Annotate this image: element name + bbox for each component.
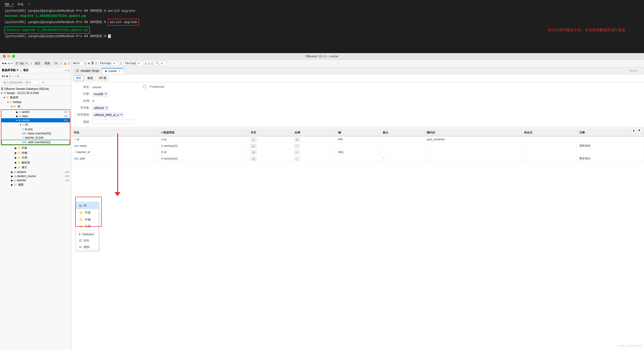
settings-icon[interactable]: ⚙: [88, 62, 90, 65]
expand-icon-refs: ▶: [15, 156, 16, 159]
col-extra-addr: [424, 156, 522, 162]
sidebar-tab-dbnavigator[interactable]: 数据库导航 ✕: [2, 68, 19, 72]
partitioned-checkbox[interactable]: [143, 85, 146, 88]
tree-label-teacher: teacher: [17, 179, 26, 182]
tree-item-database-folder[interactable]: ▾ 📁 数据库: [0, 95, 71, 100]
tree-item-aerich[interactable]: ▶ ⊞ aerich 16K: [2, 110, 70, 114]
tree-item-student-course[interactable]: ▶ ⊞ student_course 48K: [0, 174, 71, 178]
subtab-properties[interactable]: 属性: [74, 75, 84, 81]
rollback-button[interactable]: 回滚: [43, 61, 52, 66]
terminal-tab-close[interactable]: ✕: [28, 2, 30, 6]
col-type-icon-name: ABC: [22, 132, 27, 135]
cloud-icon[interactable]: ☁: [148, 62, 150, 65]
columns-table: 列名 # 数据类型 非空 自增 键 默认 额外的 表达式 注释: [72, 129, 644, 162]
col-extra-teacher-id: [424, 149, 522, 156]
sidebar-icon-2[interactable]: ▶: [6, 74, 8, 78]
tree-item-col-teacher-id[interactable]: ¹²³ teacher_id (int): [2, 136, 70, 140]
lock-icon[interactable]: 🔒: [64, 62, 67, 65]
search-select[interactable]: 🔍 ▾: [154, 61, 166, 66]
scroll-down-button[interactable]: ▼: [636, 128, 642, 133]
tree-label-fkeys: 外键: [22, 151, 27, 155]
views-icon: 📁: [14, 183, 17, 186]
sidebar-icon-3[interactable]: ←: [12, 74, 14, 78]
tree-item-tables-folder[interactable]: ▾ 📂 表: [0, 104, 71, 109]
expand-icon-student-course: ▶: [11, 175, 13, 178]
col-num-type-addr: 4 varchar(32): [159, 156, 248, 162]
success-upgrade-box: Success upgrade 1_20240316175324_update.…: [4, 26, 90, 34]
close-button[interactable]: [3, 55, 6, 58]
context-menu-item-refs[interactable]: 📁 引用: [76, 223, 98, 230]
sidebar-icon-5[interactable]: ⁞⁞: [17, 74, 19, 78]
prop-input-comment[interactable]: [92, 120, 134, 124]
terminal-tab-terminal[interactable]: SQL ▾: [4, 2, 14, 6]
tree-item-columns-folder[interactable]: ▾ ⊟ 列: [2, 122, 70, 127]
fastapi-select-2[interactable]: fastapi ▾: [123, 61, 144, 66]
col-default-name: [381, 143, 424, 149]
tree-item-fastapi-schema[interactable]: ▾ 🗃 fastapi: [0, 100, 71, 104]
sidebar-icon-4[interactable]: →: [14, 74, 16, 78]
context-menu-item-columns[interactable]: ⊟ 列: [76, 202, 98, 209]
filter-icon[interactable]: ▼: [42, 81, 44, 84]
refresh-icon[interactable]: ↻: [8, 62, 10, 65]
tree-item-fastapi-server[interactable]: ▾ 🗄 fastapi - 10.211.55.3:3306: [0, 91, 71, 95]
tables-folder-icon: 📂: [14, 105, 16, 108]
tree-item-col-addr[interactable]: ABC addr (varchar(32)): [2, 140, 70, 144]
expand-icon-fastapi: ▾: [1, 92, 2, 95]
sql-button[interactable]: 🗒 SQL ▾: [14, 61, 29, 66]
tree-item-constraints[interactable]: ▶ 📁 约束: [0, 146, 71, 150]
context-menu-item-statistics[interactable]: ℹ Statistics: [76, 231, 98, 237]
tree-item-col-id[interactable]: ¹²³ id (int): [2, 127, 70, 131]
tree-item-teacher[interactable]: ▶ ⊞ teacher 16K: [0, 178, 71, 182]
columns-table-header-row: 列名 # 数据类型 非空 自增 键 默认 额外的 表达式 注释: [72, 129, 644, 136]
collation-select[interactable]: utf8mb4_0900_ai_ci: [92, 113, 124, 117]
terminal-tab-local[interactable]: 本地: [17, 2, 23, 6]
col-notnull-addr: [v]: [248, 156, 292, 162]
tree-item-fkeys[interactable]: ▶ 📁 外键: [0, 150, 71, 156]
col-icon-addr: ABC: [74, 158, 79, 160]
submit-button[interactable]: 提交: [34, 61, 42, 66]
tab-script[interactable]: 🗒 <testdb> Script: [74, 68, 102, 74]
auto-select[interactable]: Auto: [71, 61, 84, 66]
tree-item-views[interactable]: ▶ 📁 视图: [0, 182, 71, 187]
tree-item-course[interactable]: ▾ ⊞ course 32K: [2, 118, 70, 122]
context-menu-item-virtual[interactable]: ↻ 虚拟: [76, 244, 98, 250]
minimize-button[interactable]: [8, 55, 10, 58]
script-tab-label: <testdb> Script: [80, 69, 99, 72]
stop-icon[interactable]: ✕: [11, 62, 13, 65]
terminal-panel: SQL ▾ 本地 ✕ (python385) yangkai@yangkaide…: [0, 0, 644, 53]
col-notnull-teacher-id: [v]: [248, 149, 292, 156]
tree-item-dbeaver-sample[interactable]: 🗄 DBeaver Sample Database (SQLite): [0, 87, 71, 91]
subtab-er[interactable]: ER 图: [96, 75, 109, 81]
sidebar-icon-1[interactable]: ⚙▾: [2, 74, 6, 78]
tab-course[interactable]: ⊞ course ✕: [102, 68, 124, 74]
maximize-panel-icon[interactable]: □: [68, 69, 70, 72]
format-button[interactable]: T▾: [53, 61, 59, 66]
context-menu-item-fkeys[interactable]: 📁 外键: [76, 216, 98, 223]
course-tab-close[interactable]: ✕: [118, 70, 120, 73]
context-label-statistics: Statistics: [82, 232, 94, 236]
tree-item-student[interactable]: ▶ ⊞ student 32K: [0, 170, 71, 174]
badge-autoinc-name: [ ]: [294, 144, 300, 148]
tree-label-col-name: name (varchar(32)): [28, 132, 52, 135]
scroll-up-button[interactable]: ▲: [631, 128, 636, 133]
context-menu-item-constraints[interactable]: 📁 约束: [76, 209, 98, 216]
tree-label-columns-folder: 列: [25, 123, 28, 127]
context-menu-item-ddl[interactable]: ⊡ DDL: [76, 237, 98, 244]
tree-item-refs[interactable]: ▶ 📁 引用: [0, 156, 71, 160]
tree-item-indexes[interactable]: ▶ 📁 索引: [0, 165, 71, 170]
col-comment-id: [577, 136, 644, 143]
sidebar-tab-project[interactable]: 项目: [23, 68, 28, 72]
tree-item-triggers[interactable]: ▶ 📁 触发器: [0, 160, 71, 165]
database-icon[interactable]: 🗄: [91, 62, 94, 65]
maximize-button[interactable]: [12, 55, 15, 58]
fastapi-select[interactable]: fastapi ▾: [98, 61, 119, 66]
expand-icon-triggers: ▶: [15, 161, 16, 164]
minimize-panel-icon[interactable]: ─: [65, 69, 67, 72]
sidebar-search-input[interactable]: [2, 80, 40, 85]
subtab-data[interactable]: 数据: [85, 75, 96, 81]
expand-icon-clazz: ▶: [16, 115, 18, 118]
tree-item-clazz[interactable]: ▶ ⊞ clazz 16K: [2, 114, 70, 118]
tree-item-col-name[interactable]: ABC name (varchar(32)): [2, 131, 70, 136]
back-icon[interactable]: ◀: [2, 62, 4, 65]
forward-icon[interactable]: ▶: [5, 62, 6, 65]
